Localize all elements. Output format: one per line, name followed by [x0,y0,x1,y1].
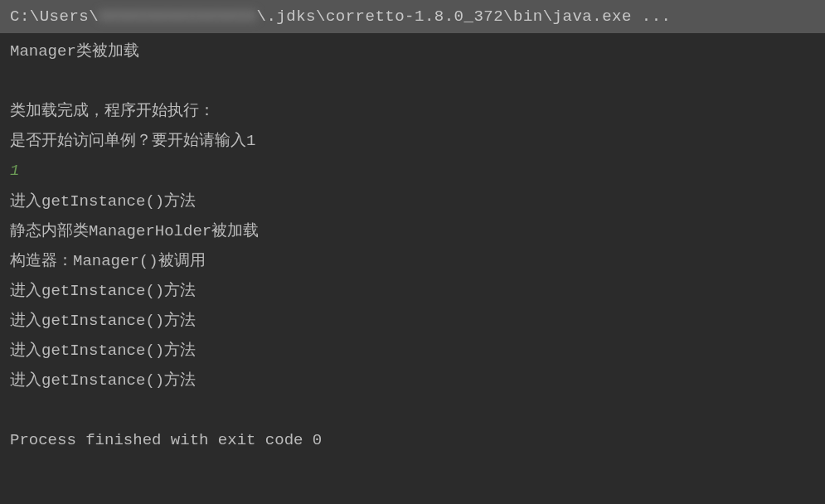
output-line: 进入getInstance()方法 [10,306,815,336]
user-input-line: 1 [10,156,815,186]
path-prefix: C:\Users\ [10,7,99,26]
path-suffix: \.jdks\corretto-1.8.0_372\bin\java.exe .… [257,7,672,26]
command-path-header: C:\Users\XXXXXXXXXXXXXXXX\.jdks\corretto… [0,0,825,33]
console-output[interactable]: Manager类被加载 类加载完成，程序开始执行： 是否开始访问单例？要开始请输… [0,33,825,458]
output-line: Manager类被加载 [10,36,815,66]
output-line: 进入getInstance()方法 [10,187,815,216]
output-line: 进入getInstance()方法 [10,366,815,395]
output-line: 进入getInstance()方法 [10,336,815,366]
blank-line [10,66,815,96]
output-line: 构造器：Manager()被调用 [10,246,815,276]
output-line: 是否开始访问单例？要开始请输入1 [10,126,815,156]
output-line: 进入getInstance()方法 [10,276,815,306]
output-line: 静态内部类ManagerHolder被加载 [10,216,815,246]
output-line: 类加载完成，程序开始执行： [10,96,815,126]
blank-line [10,395,815,425]
exit-code-line: Process finished with exit code 0 [10,425,815,455]
path-censored: XXXXXXXXXXXXXXXX [99,2,256,32]
